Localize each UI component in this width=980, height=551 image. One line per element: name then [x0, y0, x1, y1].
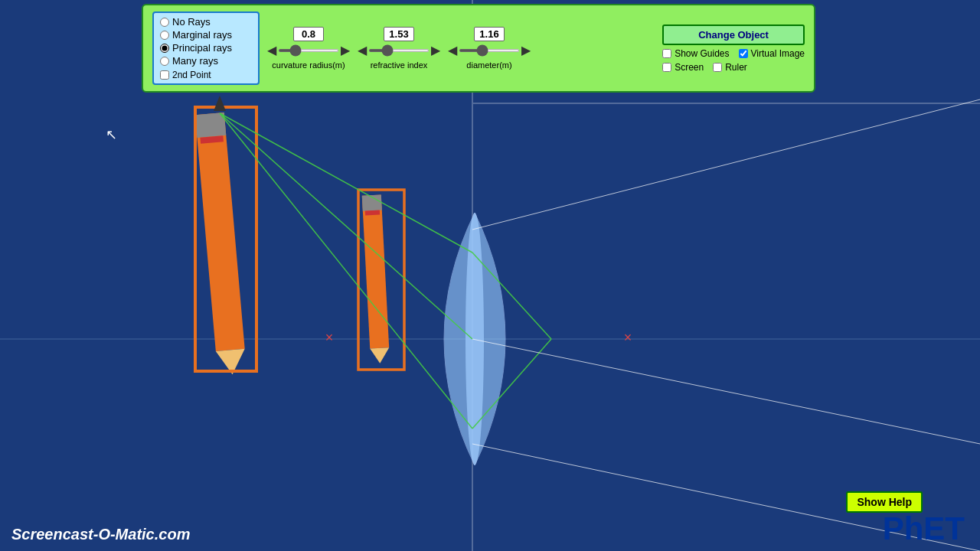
refractive-label: refractive index [371, 60, 428, 70]
diameter-slider-container: ◀ ▶ [448, 43, 531, 57]
svg-rect-13 [365, 210, 380, 216]
checkboxes-row2: Screen Ruler [662, 62, 805, 73]
checkboxes-row: Show Guides Virtual Image [662, 48, 805, 59]
refractive-slider[interactable] [368, 49, 430, 52]
change-object-button[interactable]: Change Object [662, 24, 805, 45]
diameter-group: 1.16 ◀ ▶ diameter(m) [448, 27, 531, 70]
refractive-index-group: 1.53 ◀ ▶ refractive index [358, 27, 440, 70]
refractive-value: 1.53 [384, 27, 414, 41]
diameter-label: diameter(m) [466, 60, 511, 70]
show-help-button[interactable]: Show Help [846, 491, 923, 513]
virtual-image-checkbox[interactable] [739, 49, 748, 58]
ray-options-group: No Rays Marginal rays Principal rays Man… [152, 11, 260, 85]
curvature-slider[interactable] [278, 49, 339, 52]
svg-text:×: × [325, 330, 334, 345]
phet-brand: PhET [883, 510, 965, 547]
second-point-option[interactable]: 2nd Point [160, 70, 211, 80]
many-rays-radio[interactable] [160, 57, 169, 66]
screen-option[interactable]: Screen [662, 62, 704, 73]
no-rays-radio[interactable] [160, 18, 169, 27]
curvature-radius-group: 0.8 ◀ ▶ curvature radius(m) [267, 27, 350, 70]
refractive-right-arrow[interactable]: ▶ [431, 43, 440, 57]
principal-rays-option[interactable]: Principal rays [160, 42, 252, 54]
second-point-checkbox[interactable] [160, 70, 169, 80]
marginal-rays-radio[interactable] [160, 31, 169, 40]
right-controls: Change Object Show Guides Virtual Image … [662, 24, 805, 73]
screen-checkbox[interactable] [662, 63, 671, 72]
diameter-slider[interactable] [459, 49, 520, 52]
control-panel: No Rays Marginal rays Principal rays Man… [142, 4, 815, 93]
show-guides-option[interactable]: Show Guides [662, 48, 729, 59]
screencast-brand: Screencast-O-Matic.com [11, 526, 190, 543]
marginal-rays-option[interactable]: Marginal rays [160, 29, 252, 41]
curvature-label: curvature radius(m) [272, 60, 345, 70]
curvature-slider-container: ◀ ▶ [267, 43, 350, 57]
curvature-left-arrow[interactable]: ◀ [267, 43, 276, 57]
no-rays-option[interactable]: No Rays [160, 16, 252, 28]
diameter-left-arrow[interactable]: ◀ [448, 43, 457, 57]
diameter-value: 1.16 [474, 27, 505, 41]
ruler-option[interactable]: Ruler [713, 62, 747, 73]
many-rays-option[interactable]: Many rays [160, 55, 252, 67]
refractive-slider-container: ◀ ▶ [358, 43, 440, 57]
show-guides-checkbox[interactable] [662, 49, 671, 58]
principal-rays-radio[interactable] [160, 44, 169, 53]
curvature-right-arrow[interactable]: ▶ [341, 43, 350, 57]
curvature-value: 0.8 [293, 27, 324, 41]
second-point-area: 2nd Point [160, 70, 252, 80]
ruler-checkbox[interactable] [713, 63, 722, 72]
diameter-right-arrow[interactable]: ▶ [521, 43, 531, 57]
svg-text:×: × [624, 330, 632, 345]
refractive-left-arrow[interactable]: ◀ [358, 43, 367, 57]
virtual-image-option[interactable]: Virtual Image [739, 48, 805, 59]
